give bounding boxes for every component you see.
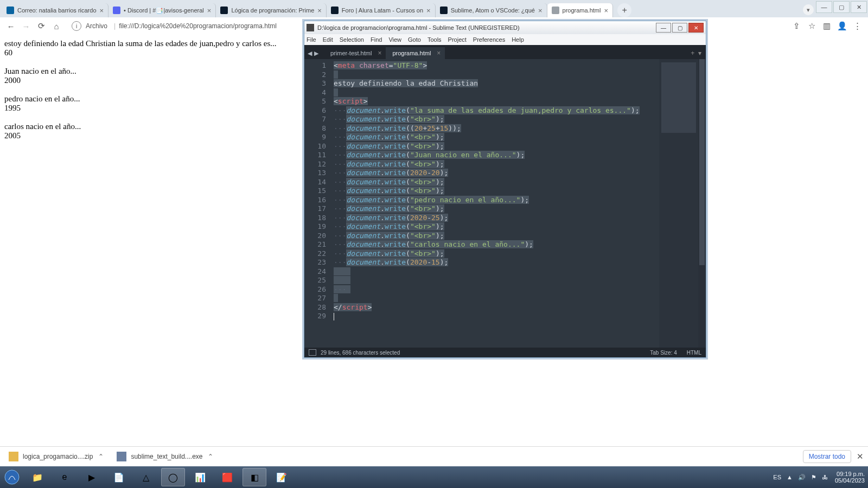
show-all-downloads-button[interactable]: Mostrar todo — [803, 450, 851, 463]
address-path: file:///D:/logica%20de%20programacion/pr… — [119, 22, 277, 30]
code-text[interactable]: <meta charset="UTF-8"> estoy definiendo … — [330, 59, 706, 348]
tab-alura-foro[interactable]: Foro | Alura Latam - Cursos on× — [327, 3, 436, 17]
share-button[interactable]: ⇪ — [789, 18, 804, 34]
taskbar-explorer[interactable]: 📁 — [25, 468, 49, 486]
menu-edit[interactable]: Edit — [323, 36, 333, 43]
minimap[interactable] — [659, 59, 698, 348]
menu-file[interactable]: File — [307, 36, 316, 43]
tab-programa[interactable]: programa.html× — [547, 3, 614, 17]
sublime-minimize-button[interactable]: — — [656, 23, 671, 33]
nav-back-icon[interactable]: ◀ — [308, 50, 312, 57]
taskbar-powerpoint[interactable]: 📊 — [188, 468, 212, 486]
address-scheme: Archivo — [86, 22, 107, 30]
line-gutter: 1234567891011121314151617181920212223242… — [304, 59, 330, 348]
editor-tab-primer[interactable]: primer-test.html× — [324, 47, 386, 59]
tray-network-icon[interactable]: 🖧 — [822, 474, 828, 480]
menu-button[interactable]: ⋮ — [850, 18, 865, 34]
close-window-button[interactable]: ✕ — [851, 1, 867, 13]
sublime-title: D:\logica de programacion\programa.html … — [317, 24, 520, 31]
menu-tools[interactable]: Tools — [427, 36, 442, 43]
download-item[interactable]: sublime_text_build....exe ⌃ — [112, 450, 218, 464]
menu-goto[interactable]: Goto — [408, 36, 421, 43]
system-tray: ES ▲ 🔊 ⚑ 🖧 09:19 p.m. 05/04/2023 — [770, 471, 868, 484]
close-icon[interactable]: × — [100, 7, 104, 15]
sublime-maximize-button[interactable]: ▢ — [672, 23, 687, 33]
tab-alura-editor[interactable]: Sublime, Atom o VSCode: ¿qué× — [436, 3, 547, 17]
sublime-tabs: ◀▶ primer-test.html× programa.html× + ▾ — [304, 45, 706, 59]
maximize-button[interactable]: ▢ — [833, 1, 850, 13]
forward-button[interactable]: → — [18, 18, 34, 34]
bookmark-button[interactable]: ☆ — [804, 18, 819, 34]
tab-discord[interactable]: • Discord | #📑|avisos-general× — [108, 3, 216, 17]
sublime-close-button[interactable]: ✕ — [688, 23, 704, 33]
menu-help[interactable]: Help — [512, 36, 524, 43]
tray-volume-icon[interactable]: 🔊 — [798, 474, 806, 481]
browser-tabstrip: Correo: natalia barrios ricardo× • Disco… — [0, 0, 868, 17]
exe-icon — [117, 452, 126, 461]
close-downloads-bar[interactable]: ✕ — [857, 452, 864, 461]
back-button[interactable]: ← — [3, 18, 18, 34]
chevron-up-icon[interactable]: ⌃ — [208, 453, 213, 460]
reload-button[interactable]: ⟳ — [34, 18, 49, 34]
status-tabsize[interactable]: Tab Size: 4 — [650, 350, 676, 356]
close-icon[interactable]: × — [604, 7, 608, 15]
close-icon[interactable]: × — [317, 7, 322, 15]
taskbar-chrome[interactable]: ◯ — [161, 468, 185, 486]
downloads-bar: logica_progamacio....zip ⌃ sublime_text_… — [0, 446, 868, 466]
status-syntax[interactable]: HTML — [687, 350, 701, 356]
taskbar-vlc[interactable]: △ — [134, 468, 158, 486]
zip-icon — [9, 452, 18, 461]
editor-tab-programa[interactable]: programa.html× — [386, 47, 445, 59]
status-selection: 29 lines, 686 characters selected — [321, 350, 400, 356]
nav-forward-icon[interactable]: ▶ — [314, 50, 318, 57]
tab-overflow-button[interactable]: ▾ — [803, 4, 814, 15]
menu-project[interactable]: Project — [448, 36, 467, 43]
site-info-icon[interactable]: i — [72, 21, 81, 31]
taskbar-ie[interactable]: e — [53, 468, 76, 486]
taskbar-app[interactable]: 🟥 — [215, 468, 239, 486]
new-tab-icon[interactable]: + — [691, 49, 694, 57]
dropdown-icon[interactable]: ▾ — [698, 49, 701, 57]
tray-flag-icon[interactable]: ⚑ — [811, 474, 816, 481]
chevron-up-icon[interactable]: ⌃ — [98, 453, 104, 460]
svg-point-0 — [5, 470, 19, 484]
sublime-icon — [307, 24, 314, 31]
home-button[interactable]: ⌂ — [49, 18, 64, 34]
sublime-menu-bar: File Edit Selection Find View Goto Tools… — [304, 34, 706, 45]
menu-find[interactable]: Find — [371, 36, 382, 43]
close-icon[interactable]: × — [426, 7, 431, 15]
editor-area[interactable]: 1234567891011121314151617181920212223242… — [304, 59, 706, 348]
close-icon[interactable]: × — [538, 7, 542, 15]
tray-lang[interactable]: ES — [773, 474, 781, 480]
scrollbar[interactable] — [698, 59, 706, 348]
sublime-status-bar: 29 lines, 686 characters selected Tab Si… — [304, 348, 706, 357]
sublime-title-bar[interactable]: D:\logica de programacion\programa.html … — [304, 21, 706, 34]
close-icon[interactable]: × — [378, 49, 381, 57]
taskbar-media[interactable]: ▶ — [80, 468, 104, 486]
taskbar-notes[interactable]: 📝 — [270, 468, 293, 486]
close-icon[interactable]: × — [437, 49, 441, 57]
new-tab-button[interactable]: + — [617, 3, 631, 17]
menu-preferences[interactable]: Preferences — [473, 36, 505, 43]
profile-button[interactable]: 👤 — [834, 18, 850, 34]
taskbar: 📁 e ▶ 📄 △ ◯ 📊 🟥 ◧ 📝 ES ▲ 🔊 ⚑ 🖧 09:19 p.m… — [0, 466, 868, 488]
start-button[interactable] — [0, 466, 24, 488]
close-icon[interactable]: × — [207, 7, 212, 15]
taskbar-sublime[interactable]: ◧ — [242, 468, 266, 486]
menu-view[interactable]: View — [388, 36, 401, 43]
minimize-button[interactable]: — — [816, 1, 832, 13]
panel-toggle-icon[interactable] — [309, 349, 316, 356]
download-item[interactable]: logica_progamacio....zip ⌃ — [4, 450, 108, 464]
sidepanel-button[interactable]: ▥ — [819, 18, 834, 34]
tray-arrow-icon[interactable]: ▲ — [787, 474, 793, 480]
tab-alura-logica[interactable]: Lógica de programación: Prime× — [216, 3, 326, 17]
tab-outlook[interactable]: Correo: natalia barrios ricardo× — [2, 3, 108, 17]
sublime-window: D:\logica de programacion\programa.html … — [304, 21, 706, 358]
taskbar-word[interactable]: 📄 — [107, 468, 131, 486]
menu-selection[interactable]: Selection — [340, 36, 364, 43]
tray-clock[interactable]: 09:19 p.m. 05/04/2023 — [835, 471, 865, 484]
